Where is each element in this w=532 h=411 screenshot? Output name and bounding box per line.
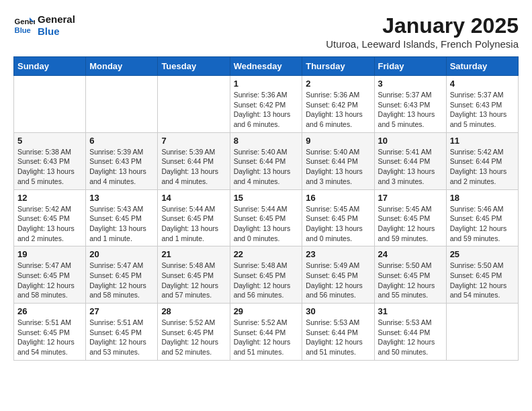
day-number: 22 [234, 249, 299, 259]
day-number: 26 [17, 306, 82, 316]
day-number: 8 [234, 136, 299, 146]
day-info: Sunrise: 5:39 AMSunset: 6:43 PMDaylight:… [89, 147, 154, 187]
day-info: Sunrise: 5:44 AMSunset: 6:45 PMDaylight:… [161, 204, 226, 244]
day-number: 12 [17, 193, 82, 203]
day-info: Sunrise: 5:43 AMSunset: 6:45 PMDaylight:… [89, 204, 154, 244]
day-number: 21 [161, 249, 226, 259]
day-number: 7 [161, 136, 226, 146]
day-info: Sunrise: 5:48 AMSunset: 6:45 PMDaylight:… [234, 261, 299, 300]
calendar-cell: 17Sunrise: 5:45 AMSunset: 6:45 PMDayligh… [374, 189, 446, 246]
day-info: Sunrise: 5:46 AMSunset: 6:45 PMDaylight:… [450, 204, 515, 244]
logo: General Blue General Blue [13, 13, 75, 38]
day-info: Sunrise: 5:41 AMSunset: 6:44 PMDaylight:… [378, 147, 443, 187]
calendar-cell: 14Sunrise: 5:44 AMSunset: 6:45 PMDayligh… [158, 189, 230, 246]
calendar-cell: 26Sunrise: 5:51 AMSunset: 6:45 PMDayligh… [14, 304, 86, 361]
day-number: 31 [378, 306, 443, 316]
day-number: 11 [450, 136, 515, 146]
svg-text:Blue: Blue [15, 26, 31, 34]
calendar-cell: 16Sunrise: 5:45 AMSunset: 6:45 PMDayligh… [302, 189, 374, 246]
calendar-cell: 19Sunrise: 5:47 AMSunset: 6:45 PMDayligh… [14, 246, 86, 304]
day-info: Sunrise: 5:51 AMSunset: 6:45 PMDaylight:… [17, 318, 82, 357]
day-info: Sunrise: 5:51 AMSunset: 6:45 PMDaylight:… [89, 318, 154, 357]
day-number: 1 [234, 79, 299, 89]
day-number: 19 [17, 249, 82, 259]
title-block: January 2025 Uturoa, Leeward Islands, Fr… [326, 13, 519, 50]
day-number: 30 [306, 306, 370, 316]
calendar-cell: 22Sunrise: 5:48 AMSunset: 6:45 PMDayligh… [230, 246, 302, 304]
day-number: 16 [306, 193, 370, 203]
day-number: 18 [450, 193, 515, 203]
day-number: 9 [306, 136, 370, 146]
calendar-cell: 5Sunrise: 5:38 AMSunset: 6:43 PMDaylight… [14, 132, 86, 189]
day-info: Sunrise: 5:53 AMSunset: 6:44 PMDaylight:… [306, 318, 370, 357]
calendar-table: SundayMondayTuesdayWednesdayThursdayFrid… [13, 56, 519, 361]
calendar-cell: 11Sunrise: 5:42 AMSunset: 6:44 PMDayligh… [446, 132, 518, 189]
day-info: Sunrise: 5:36 AMSunset: 6:42 PMDaylight:… [306, 90, 370, 130]
calendar-cell: 1Sunrise: 5:36 AMSunset: 6:42 PMDaylight… [230, 76, 302, 133]
day-info: Sunrise: 5:45 AMSunset: 6:45 PMDaylight:… [378, 204, 443, 244]
calendar-cell [446, 304, 518, 361]
calendar-cell: 3Sunrise: 5:37 AMSunset: 6:43 PMDaylight… [374, 76, 446, 133]
day-number: 24 [378, 249, 443, 259]
day-info: Sunrise: 5:36 AMSunset: 6:42 PMDaylight:… [234, 90, 299, 130]
svg-text:General: General [15, 17, 35, 26]
calendar-week-row: 12Sunrise: 5:42 AMSunset: 6:45 PMDayligh… [14, 189, 519, 246]
day-info: Sunrise: 5:53 AMSunset: 6:44 PMDaylight:… [378, 318, 443, 357]
calendar-cell: 8Sunrise: 5:40 AMSunset: 6:44 PMDaylight… [230, 132, 302, 189]
day-number: 20 [89, 249, 154, 259]
calendar-cell: 31Sunrise: 5:53 AMSunset: 6:44 PMDayligh… [374, 304, 446, 361]
day-info: Sunrise: 5:39 AMSunset: 6:44 PMDaylight:… [161, 147, 226, 187]
weekday-header: Wednesday [230, 57, 302, 76]
calendar-cell [86, 76, 158, 133]
logo-icon: General Blue [13, 15, 35, 36]
day-info: Sunrise: 5:44 AMSunset: 6:45 PMDaylight:… [234, 204, 299, 244]
day-info: Sunrise: 5:37 AMSunset: 6:43 PMDaylight:… [378, 90, 443, 130]
calendar-cell: 23Sunrise: 5:49 AMSunset: 6:45 PMDayligh… [302, 246, 374, 304]
calendar-cell: 15Sunrise: 5:44 AMSunset: 6:45 PMDayligh… [230, 189, 302, 246]
calendar-cell: 20Sunrise: 5:47 AMSunset: 6:45 PMDayligh… [86, 246, 158, 304]
calendar-cell: 10Sunrise: 5:41 AMSunset: 6:44 PMDayligh… [374, 132, 446, 189]
calendar-cell: 2Sunrise: 5:36 AMSunset: 6:42 PMDaylight… [302, 76, 374, 133]
calendar-cell: 24Sunrise: 5:50 AMSunset: 6:45 PMDayligh… [374, 246, 446, 304]
calendar-cell: 28Sunrise: 5:52 AMSunset: 6:45 PMDayligh… [158, 304, 230, 361]
calendar-cell: 6Sunrise: 5:39 AMSunset: 6:43 PMDaylight… [86, 132, 158, 189]
calendar-cell [158, 76, 230, 133]
weekday-header: Monday [86, 57, 158, 76]
day-info: Sunrise: 5:45 AMSunset: 6:45 PMDaylight:… [306, 204, 370, 244]
day-number: 27 [89, 306, 154, 316]
calendar-cell: 25Sunrise: 5:50 AMSunset: 6:45 PMDayligh… [446, 246, 518, 304]
day-number: 6 [89, 136, 154, 146]
day-info: Sunrise: 5:40 AMSunset: 6:44 PMDaylight:… [306, 147, 370, 187]
day-number: 29 [234, 306, 299, 316]
calendar-cell: 21Sunrise: 5:48 AMSunset: 6:45 PMDayligh… [158, 246, 230, 304]
day-number: 17 [378, 193, 443, 203]
day-number: 10 [378, 136, 443, 146]
weekday-header: Friday [374, 57, 446, 76]
day-number: 23 [306, 249, 370, 259]
header: General Blue General Blue January 2025 U… [13, 13, 519, 50]
calendar-cell: 27Sunrise: 5:51 AMSunset: 6:45 PMDayligh… [86, 304, 158, 361]
day-info: Sunrise: 5:42 AMSunset: 6:45 PMDaylight:… [17, 204, 82, 244]
calendar-header-row: SundayMondayTuesdayWednesdayThursdayFrid… [14, 57, 519, 76]
logo-line1: General Blue [38, 13, 75, 38]
day-info: Sunrise: 5:52 AMSunset: 6:45 PMDaylight:… [161, 318, 226, 357]
calendar-cell: 13Sunrise: 5:43 AMSunset: 6:45 PMDayligh… [86, 189, 158, 246]
day-number: 2 [306, 79, 370, 89]
calendar-cell: 18Sunrise: 5:46 AMSunset: 6:45 PMDayligh… [446, 189, 518, 246]
day-info: Sunrise: 5:50 AMSunset: 6:45 PMDaylight:… [378, 261, 443, 300]
day-number: 4 [450, 79, 515, 89]
calendar-cell [14, 76, 86, 133]
day-number: 5 [17, 136, 82, 146]
calendar-cell: 7Sunrise: 5:39 AMSunset: 6:44 PMDaylight… [158, 132, 230, 189]
day-info: Sunrise: 5:47 AMSunset: 6:45 PMDaylight:… [17, 261, 82, 300]
calendar-cell: 4Sunrise: 5:37 AMSunset: 6:43 PMDaylight… [446, 76, 518, 133]
weekday-header: Sunday [14, 57, 86, 76]
calendar-cell: 9Sunrise: 5:40 AMSunset: 6:44 PMDaylight… [302, 132, 374, 189]
location: Uturoa, Leeward Islands, French Polynesi… [326, 38, 519, 50]
day-number: 3 [378, 79, 443, 89]
day-number: 14 [161, 193, 226, 203]
day-info: Sunrise: 5:49 AMSunset: 6:45 PMDaylight:… [306, 261, 370, 300]
day-info: Sunrise: 5:40 AMSunset: 6:44 PMDaylight:… [234, 147, 299, 187]
day-info: Sunrise: 5:38 AMSunset: 6:43 PMDaylight:… [17, 147, 82, 187]
month-title: January 2025 [326, 13, 519, 38]
